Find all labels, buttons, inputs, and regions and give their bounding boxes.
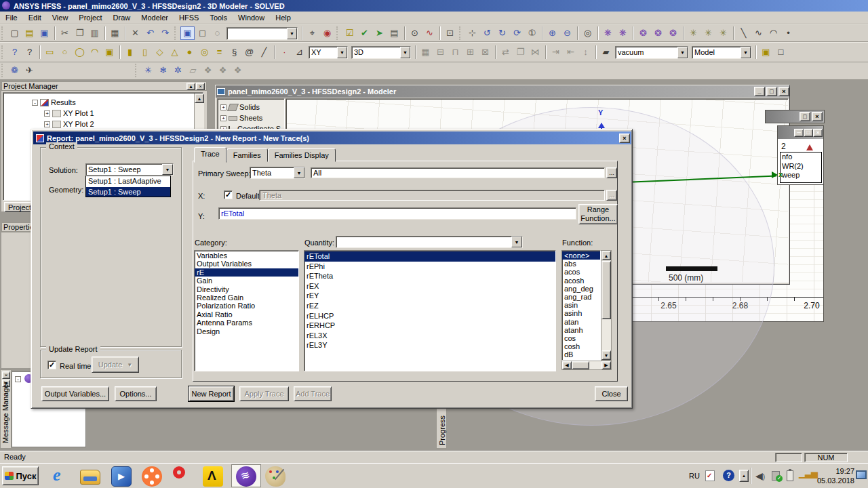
duplicate-icon[interactable]: ❐ [513, 45, 528, 59]
print-preview-icon[interactable]: ❁ [7, 64, 22, 77]
excitation-a-icon[interactable]: ❂ [636, 26, 650, 40]
snap-mode-icon[interactable]: ⌖ [305, 26, 319, 40]
solution-option[interactable]: Setup1 : LastAdaptive [86, 176, 170, 187]
intersect-icon[interactable]: ⊓ [448, 45, 462, 59]
solution-option[interactable]: Setup1 : Sweep [86, 187, 170, 198]
quantity-item[interactable]: rETotal [304, 251, 555, 262]
category-list[interactable]: VariablesOutput VariablesrEGainDirectivi… [194, 250, 299, 371]
mesh-a-icon[interactable]: ✳ [686, 26, 701, 40]
analyze-all-icon[interactable]: ✔ [357, 26, 372, 40]
excitation-b-icon[interactable]: ❂ [651, 26, 665, 40]
reference-cs-icon[interactable]: ▱ [186, 64, 200, 77]
sweep-range-field[interactable]: All [311, 167, 605, 178]
quantity-list[interactable]: rETotalrEPhirEThetarEXrEYrEZrELHCPrERHCP… [304, 250, 556, 371]
object-attributes-icon[interactable]: ▣ [759, 45, 773, 59]
paint-icon[interactable] [265, 466, 285, 487]
maximize-icon[interactable]: □ [766, 87, 777, 96]
combo-dropdown-icon[interactable]: ▼ [677, 47, 688, 58]
dialog-tab[interactable]: Trace [194, 147, 226, 163]
wireframe-icon[interactable]: □ [774, 45, 788, 59]
excitation-c-icon[interactable]: ❂ [666, 26, 680, 40]
tree-expand-icon[interactable]: + [220, 104, 226, 110]
align-b-icon[interactable]: ⇤ [564, 45, 578, 59]
combo-dropdown-icon[interactable]: ▼ [162, 164, 173, 175]
menu-item[interactable]: Project [73, 12, 107, 23]
selection-filter-combo[interactable]: ▼ [226, 27, 298, 40]
draw-helix-icon[interactable]: § [227, 45, 241, 59]
tree-expand-icon[interactable]: + [44, 121, 50, 127]
combo-dropdown-icon[interactable]: ▼ [511, 237, 522, 247]
draw-point-icon[interactable]: • [781, 26, 795, 40]
fit-all-icon[interactable]: ◎ [580, 26, 595, 40]
material-combo[interactable]: vacuum▼ [615, 46, 688, 59]
draw-point2-icon[interactable]: · [277, 45, 292, 59]
boundary-a-icon[interactable]: ❋ [601, 26, 615, 40]
quantity-item[interactable]: rEX [304, 281, 555, 291]
cut-icon[interactable]: ✂ [58, 26, 72, 40]
draw-rect-icon[interactable]: ▭ [43, 45, 57, 59]
paste-icon[interactable]: ▥ [87, 26, 102, 40]
primary-sweep-combo[interactable]: Theta ▼ [250, 167, 305, 179]
split-icon[interactable]: ⊠ [478, 45, 492, 59]
panel-collapse-icon[interactable]: ▴ [186, 83, 195, 90]
object-cs-icon[interactable]: ❖ [216, 64, 230, 77]
boundary-b-icon[interactable]: ❋ [616, 26, 630, 40]
y-value-field[interactable]: rETotal [218, 207, 576, 220]
copy-image-icon[interactable]: ⊡ [443, 26, 457, 40]
draw-line-icon[interactable]: ╲ [736, 26, 751, 40]
tree-expand-icon[interactable]: + [44, 110, 50, 117]
ie-icon[interactable] [49, 466, 69, 487]
function-item[interactable]: ang_rad [562, 293, 600, 301]
send-model-icon[interactable]: ✈ [22, 64, 37, 77]
display-tray-icon[interactable] [856, 470, 867, 479]
draw-sphere-icon[interactable]: ● [182, 45, 197, 59]
snap-grid-icon[interactable]: ✳ [141, 64, 155, 77]
help-icon[interactable]: ? [7, 45, 22, 59]
maximize-icon[interactable]: □ [800, 112, 810, 121]
range-function-button[interactable]: Range Function... [578, 204, 618, 224]
select-multi-icon[interactable]: ◌ [210, 26, 224, 40]
tree-expand-icon[interactable]: - [15, 376, 21, 382]
close-button[interactable]: Close [595, 386, 628, 401]
panel-close-icon[interactable]: × [196, 83, 205, 90]
scroll-right-icon[interactable]: ▶ [601, 361, 611, 369]
draw-region-icon[interactable]: ▣ [102, 45, 117, 59]
select-face-icon[interactable]: ◻ [195, 26, 210, 40]
battery-icon[interactable] [787, 470, 793, 481]
function-list-vscrollbar[interactable]: ▲ ▼ [601, 250, 612, 361]
options-button[interactable]: Options... [115, 386, 157, 401]
rotate-screen-icon[interactable]: ⟳ [510, 26, 524, 40]
output-variables-button[interactable]: Output Variables... [41, 386, 109, 401]
save-icon[interactable]: ▣ [37, 26, 52, 40]
create-report-icon[interactable]: ∿ [422, 26, 437, 40]
snap-vertex-icon[interactable]: ❄ [156, 64, 170, 77]
start-button[interactable]: Пуск [2, 466, 39, 485]
category-item[interactable]: Antenna Params [195, 319, 298, 327]
align-c-icon[interactable]: ↕ [578, 45, 593, 59]
context-help-icon[interactable]: ? [22, 45, 37, 59]
draw-segment-icon[interactable]: ≡ [212, 45, 226, 59]
function-item[interactable]: asin [562, 301, 600, 309]
face-cs-icon[interactable]: ❖ [201, 64, 215, 77]
menu-item[interactable]: View [47, 12, 74, 23]
category-item[interactable]: Design [195, 327, 298, 336]
draw-circle-icon[interactable]: ◯ [73, 45, 87, 59]
zoom-in-icon[interactable]: ⊕ [545, 26, 559, 40]
quantity-item[interactable]: rEL3X [304, 331, 555, 341]
category-item[interactable]: Realized Gain [195, 293, 298, 302]
material-icon[interactable]: ▰ [599, 45, 613, 59]
journal-tray-icon[interactable]: ✓ [705, 470, 715, 481]
tree-item[interactable]: +Solids [220, 102, 284, 113]
function-item[interactable]: cos [562, 334, 600, 342]
movement-mode-combo[interactable]: 3D▼ [351, 46, 411, 59]
tree-expand-icon[interactable]: - [32, 100, 38, 106]
drawing-plane-combo[interactable]: XY▼ [309, 46, 348, 59]
move-icon[interactable]: ⇄ [498, 45, 513, 59]
menu-item[interactable]: Modeler [136, 12, 174, 23]
draw-polyhedron-icon[interactable]: ◇ [153, 45, 167, 59]
relative-cs-icon[interactable]: ❖ [231, 64, 245, 77]
scroll-left-icon[interactable]: ◀ [562, 361, 572, 369]
help-tray-icon[interactable]: ? [723, 470, 734, 481]
print-icon[interactable]: ▦ [108, 26, 122, 40]
rotate-center-icon[interactable]: ↺ [480, 26, 494, 40]
